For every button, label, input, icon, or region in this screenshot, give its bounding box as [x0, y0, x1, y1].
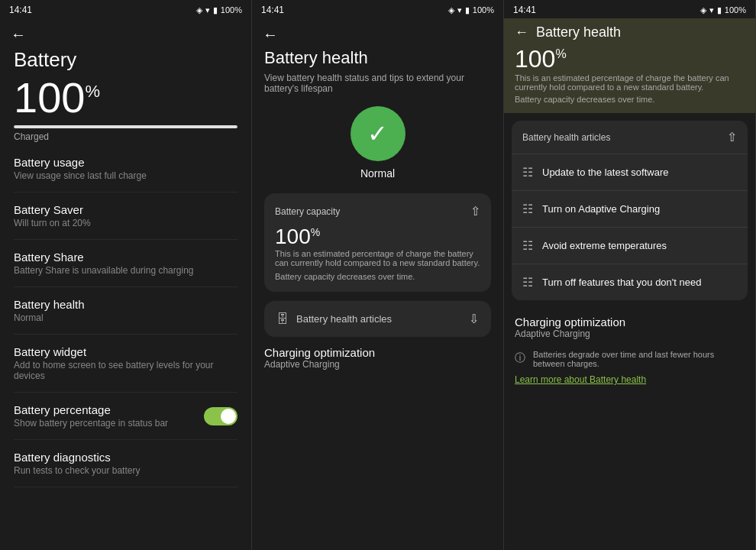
charging-opt-sub: Adaptive Charging	[264, 359, 491, 370]
panel1-scroll: Battery 100% Charged Battery usage View …	[0, 48, 251, 550]
capacity-desc: This is an estimated percentage of charg…	[275, 249, 480, 267]
battery-status-circle: ✓ Normal	[264, 106, 491, 180]
article-item-3[interactable]: ☷ Turn off features that you don't need	[512, 264, 748, 300]
panel3-percent: 100%	[515, 45, 745, 73]
p3-charging-section: Charging optimization Adaptive Charging	[504, 305, 755, 350]
charging-opt-title: Charging optimization	[264, 346, 491, 359]
learn-more-link[interactable]: Learn more about Battery health	[504, 368, 755, 385]
capacity-percent: 100%	[275, 225, 480, 249]
status-icons-1: ◈ ▾ ▮ 100%	[196, 5, 242, 15]
menu-item-battery-diagnostics[interactable]: Battery diagnostics Run tests to check y…	[14, 440, 237, 487]
articles-collapsed-card[interactable]: 🗄 Battery health articles ⇩	[264, 301, 491, 337]
charge-bar-fill	[14, 125, 237, 128]
article-text-1: Turn on Adaptive Charging	[542, 203, 660, 215]
wifi-icon-3: ▾	[709, 5, 714, 15]
location-icon-2: ◈	[448, 5, 454, 15]
battery-icon-3: ▮	[717, 5, 722, 15]
battery-percent-large: 100%	[14, 76, 237, 119]
articles-doc-icon: 🗄	[276, 312, 289, 326]
menu-item-battery-saver[interactable]: Battery Saver Will turn on at 20%	[14, 192, 237, 240]
location-icon-3: ◈	[700, 5, 706, 15]
capacity-chevron-icon[interactable]: ⇧	[470, 204, 480, 218]
status-icons-2: ◈ ▾ ▮ 100%	[448, 5, 494, 15]
wifi-icon: ▾	[205, 5, 210, 15]
menu-item-battery-usage[interactable]: Battery usage View usage since last full…	[14, 145, 237, 192]
capacity-card-label: Battery capacity	[275, 206, 340, 217]
battery-icon-2: ▮	[465, 5, 470, 15]
article-item-0[interactable]: ☷ Update to the latest software	[512, 154, 748, 191]
article-text-2: Avoid extreme temperatures	[542, 240, 667, 251]
charging-optimization: Charging optimization Adaptive Charging	[264, 346, 491, 370]
article-item-1[interactable]: ☷ Turn on Adaptive Charging	[512, 191, 748, 228]
status-bar-1: 14:41 ◈ ▾ ▮ 100%	[0, 0, 251, 18]
panel3-note: Battery capacity decreases over time.	[515, 95, 745, 104]
panel2-subtitle: View battery health status and tips to e…	[264, 73, 491, 94]
battery-percentage-toggle[interactable]	[204, 407, 237, 425]
back-button-3[interactable]: ←	[515, 24, 528, 40]
back-button-1[interactable]: ←	[0, 18, 251, 48]
status-time-3: 14:41	[513, 5, 536, 15]
panel-battery-health-expanded: 14:41 ◈ ▾ ▮ 100% ← Battery health 100% T…	[504, 0, 756, 550]
battery-title: Battery	[14, 48, 237, 72]
menu-item-battery-widget[interactable]: Battery widget Add to home screen to see…	[14, 335, 237, 393]
status-bar-3: 14:41 ◈ ▾ ▮ 100%	[504, 0, 755, 18]
p3-charging-sub: Adaptive Charging	[515, 328, 745, 339]
back-button-2[interactable]: ←	[252, 18, 503, 48]
articles-label: Battery health articles	[296, 313, 392, 325]
menu-item-battery-share[interactable]: Battery Share Battery Share is unavailab…	[14, 240, 237, 287]
battery-percent-2: 100%	[473, 5, 494, 15]
menu-item-battery-health[interactable]: Battery health Normal	[14, 287, 237, 335]
article-doc-icon-3: ☷	[522, 275, 533, 290]
article-text-0: Update to the latest software	[542, 167, 668, 178]
articles-chevron-icon: ⇩	[469, 312, 479, 326]
panel3-desc: This is an estimated percentage of charg…	[515, 73, 745, 92]
status-time-2: 14:41	[261, 5, 284, 15]
articles-section-expanded: Battery health articles ⇧ ☷ Update to th…	[512, 121, 748, 300]
articles-collapse-icon[interactable]: ⇧	[727, 130, 737, 144]
battery-percent-1: 100%	[221, 5, 242, 15]
charge-bar-container: Charged	[14, 125, 237, 142]
panel3-header: ← Battery health 100% This is an estimat…	[504, 18, 755, 113]
location-icon: ◈	[196, 5, 202, 15]
p3-info-text: Batteries degrade over time and last few…	[533, 350, 745, 368]
charge-bar	[14, 125, 237, 128]
panel3-scroll: Battery health articles ⇧ ☷ Update to th…	[504, 113, 755, 550]
p3-info-row: ⓘ Batteries degrade over time and last f…	[504, 350, 755, 368]
article-doc-icon-0: ☷	[522, 165, 533, 180]
panel3-title: Battery health	[536, 24, 621, 40]
articles-section-label: Battery health articles	[522, 132, 610, 143]
wifi-icon-2: ▾	[457, 5, 462, 15]
p3-charging-title: Charging optimization	[515, 315, 745, 328]
article-doc-icon-1: ☷	[522, 202, 533, 216]
toggle-knob	[221, 409, 236, 424]
panel2-scroll: Battery health View battery health statu…	[252, 48, 503, 550]
menu-item-battery-percentage[interactable]: Battery percentage Show battery percenta…	[14, 393, 237, 440]
article-item-2[interactable]: ☷ Avoid extreme temperatures	[512, 228, 748, 264]
checkmark-icon: ✓	[367, 119, 388, 148]
panel-battery-main: 14:41 ◈ ▾ ▮ 100% ← Battery 100% Charged …	[0, 0, 252, 550]
battery-capacity-card: Battery capacity ⇧ 100% This is an estim…	[264, 193, 491, 292]
green-check-circle: ✓	[351, 106, 405, 161]
article-text-3: Turn off features that you don't need	[542, 277, 701, 288]
status-icons-3: ◈ ▾ ▮ 100%	[700, 5, 746, 15]
status-bar-2: 14:41 ◈ ▾ ▮ 100%	[252, 0, 503, 18]
battery-icon: ▮	[213, 5, 218, 15]
charged-label: Charged	[14, 131, 237, 142]
panel-battery-health: 14:41 ◈ ▾ ▮ 100% ← Battery health View b…	[252, 0, 504, 550]
status-time-1: 14:41	[9, 5, 32, 15]
panel2-title: Battery health	[264, 48, 491, 68]
battery-percent-3: 100%	[725, 5, 746, 15]
status-normal-label: Normal	[360, 167, 395, 180]
info-circle-icon: ⓘ	[515, 351, 525, 365]
article-doc-icon-2: ☷	[522, 238, 533, 253]
capacity-note: Battery capacity decreases over time.	[275, 272, 480, 281]
articles-section-header[interactable]: Battery health articles ⇧	[512, 121, 748, 154]
